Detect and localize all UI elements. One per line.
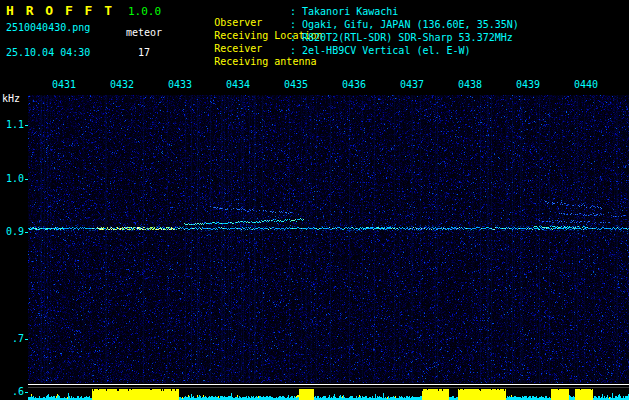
frequency-axis-unit: kHz — [2, 93, 20, 104]
freq-tick-label: 1.1 — [0, 119, 24, 130]
info-row-antenna: Receiving antenna : 2el-HB9CV Vertical (… — [178, 45, 627, 57]
hrofft-window: H R O F F T 1.0.0 2510040430.png meteor … — [0, 0, 629, 400]
time-tick-label: 0439 — [515, 79, 541, 90]
time-tick-label: 0440 — [573, 79, 599, 90]
mode-label: meteor — [126, 27, 162, 38]
time-tick-label: 0436 — [341, 79, 367, 90]
info-row-receiver: Receiver : R820T2(RTL-SDR) SDR-Sharp 53.… — [178, 32, 627, 44]
separator-line-dim — [28, 387, 629, 388]
output-filename: 2510040430.png — [6, 22, 90, 33]
info-value: : 2el-HB9CV Vertical (el. E-W) — [290, 45, 471, 56]
info-value: : R820T2(RTL-SDR) SDR-Sharp 53.372MHz — [290, 32, 513, 43]
echo-count: 17 — [138, 47, 150, 58]
app-title: H R O F F T — [6, 3, 114, 18]
info-value: : Takanori Kawachi — [290, 6, 398, 17]
info-row-location: Receiving Location : Ogaki, Gifu, JAPAN … — [178, 19, 627, 31]
time-tick-label: 0432 — [109, 79, 135, 90]
info-value: : Ogaki, Gifu, JAPAN (136.60E, 35.35N) — [290, 19, 519, 30]
info-label: Receiving antenna — [214, 56, 316, 67]
app-version: 1.0.0 — [128, 5, 161, 18]
signal-level-strip-canvas — [28, 389, 629, 400]
freq-tick-label: .7 — [0, 333, 24, 344]
freq-tick-label: .6 — [0, 386, 24, 397]
time-tick-label: 0433 — [167, 79, 193, 90]
info-row-observer: Observer : Takanori Kawachi — [178, 6, 627, 18]
freq-tick-label: 0.9 — [0, 226, 24, 237]
time-tick-label: 0438 — [457, 79, 483, 90]
datetime-label: 25.10.04 04:30 — [6, 47, 90, 58]
time-tick-label: 0434 — [225, 79, 251, 90]
freq-tick-label: 1.0 — [0, 173, 24, 184]
separator-line — [28, 384, 629, 385]
time-tick-label: 0435 — [283, 79, 309, 90]
spectrogram-canvas — [28, 95, 629, 383]
time-tick-label: 0431 — [51, 79, 77, 90]
time-tick-label: 0437 — [399, 79, 425, 90]
